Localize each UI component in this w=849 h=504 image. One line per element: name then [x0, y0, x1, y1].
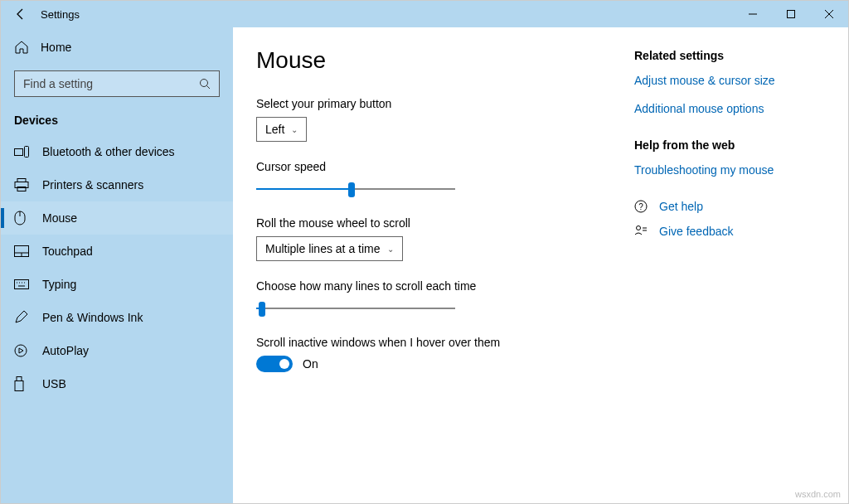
scroll-inactive-state: On — [303, 357, 318, 371]
help-web-heading: Help from the web — [634, 138, 825, 152]
give-feedback-row[interactable]: Give feedback — [634, 225, 825, 238]
home-button[interactable]: Home — [1, 31, 233, 64]
slider-fill — [256, 188, 352, 190]
page-title: Mouse — [256, 47, 618, 74]
slider-thumb[interactable] — [259, 302, 265, 317]
pen-icon — [14, 311, 31, 324]
mouse-icon — [14, 211, 31, 225]
svg-rect-14 — [15, 280, 29, 289]
primary-button-label: Select your primary button — [256, 97, 618, 110]
search-icon — [199, 78, 211, 90]
link-additional-mouse-options[interactable]: Additional mouse options — [634, 102, 825, 115]
search-box[interactable] — [14, 70, 220, 97]
watermark: wsxdn.com — [795, 489, 841, 499]
scroll-inactive-toggle[interactable] — [256, 356, 293, 372]
svg-rect-21 — [17, 377, 22, 381]
body: Home Devices Bluetooth & other devices — [1, 27, 848, 503]
minimize-button[interactable] — [734, 1, 772, 27]
home-label: Home — [41, 41, 71, 54]
cursor-speed-label: Cursor speed — [256, 160, 618, 173]
search-input[interactable] — [23, 77, 199, 90]
svg-rect-5 — [25, 147, 29, 158]
give-feedback-link[interactable]: Give feedback — [659, 225, 734, 238]
slider-track — [256, 308, 455, 309]
sidebar-item-typing[interactable]: Typing — [1, 268, 233, 301]
sidebar-item-label: Printers & scanners — [42, 178, 143, 191]
svg-point-2 — [201, 80, 208, 87]
home-icon — [14, 40, 31, 55]
search-wrap — [1, 64, 233, 109]
wheel-scroll-dropdown[interactable]: Multiple lines at a time ⌄ — [256, 236, 403, 261]
window-title: Settings — [41, 8, 734, 21]
content: Mouse Select your primary button Left ⌄ … — [256, 47, 618, 483]
side-panel: Related settings Adjust mouse & cursor s… — [618, 47, 825, 483]
autoplay-icon — [14, 344, 31, 357]
main: Mouse Select your primary button Left ⌄ … — [233, 27, 848, 503]
sidebar-item-label: Mouse — [42, 211, 77, 225]
wheel-scroll-value: Multiple lines at a time — [265, 242, 381, 255]
minimize-icon — [749, 10, 757, 18]
cursor-speed-slider[interactable] — [256, 180, 455, 198]
help-icon: ? — [634, 200, 649, 213]
svg-rect-1 — [788, 11, 795, 18]
arrow-left-icon — [14, 7, 27, 21]
sidebar-category: Devices — [1, 109, 233, 135]
usb-icon — [14, 376, 31, 391]
sidebar-item-printers[interactable]: Printers & scanners — [1, 168, 233, 201]
sidebar: Home Devices Bluetooth & other devices — [1, 27, 233, 503]
titlebar: Settings — [1, 1, 848, 27]
sidebar-nav: Bluetooth & other devices Printers & sca… — [1, 135, 233, 400]
toggle-knob — [279, 359, 289, 369]
slider-thumb[interactable] — [348, 182, 355, 197]
primary-button-value: Left — [265, 123, 284, 136]
keyboard-icon — [14, 279, 31, 289]
back-button[interactable] — [1, 1, 41, 27]
wheel-scroll-label: Roll the mouse wheel to scroll — [256, 216, 618, 230]
get-help-row[interactable]: ? Get help — [634, 200, 825, 213]
sidebar-item-bluetooth[interactable]: Bluetooth & other devices — [1, 135, 233, 168]
sidebar-item-label: USB — [42, 377, 66, 390]
help-web-section: Help from the web Troubleshooting my mou… — [634, 138, 825, 177]
get-help-link[interactable]: Get help — [659, 200, 703, 213]
svg-rect-6 — [17, 179, 26, 182]
primary-button-dropdown[interactable]: Left ⌄ — [256, 117, 307, 142]
sidebar-item-label: Bluetooth & other devices — [42, 145, 175, 158]
sidebar-item-label: Touchpad — [42, 245, 93, 258]
sidebar-item-pen[interactable]: Pen & Windows Ink — [1, 301, 233, 334]
support-section: ? Get help Give feedback — [634, 200, 825, 238]
related-heading: Related settings — [634, 49, 825, 62]
sidebar-item-usb[interactable]: USB — [1, 367, 233, 400]
devices-icon — [14, 146, 31, 158]
chevron-down-icon: ⌄ — [387, 245, 394, 254]
sidebar-item-label: AutoPlay — [42, 344, 89, 357]
sidebar-item-touchpad[interactable]: Touchpad — [1, 235, 233, 268]
lines-each-time-label: Choose how many lines to scroll each tim… — [256, 279, 618, 293]
sidebar-item-label: Pen & Windows Ink — [42, 311, 143, 324]
svg-rect-4 — [15, 149, 23, 156]
svg-point-25 — [637, 226, 641, 230]
maximize-button[interactable] — [772, 1, 810, 27]
sidebar-item-label: Typing — [42, 278, 76, 291]
scroll-inactive-label: Scroll inactive windows when I hover ove… — [256, 336, 618, 349]
link-adjust-cursor-size[interactable]: Adjust mouse & cursor size — [634, 74, 825, 87]
lines-slider[interactable] — [256, 299, 455, 317]
svg-rect-22 — [15, 381, 23, 391]
touchpad-icon — [14, 245, 31, 257]
chevron-down-icon: ⌄ — [291, 125, 298, 134]
svg-text:?: ? — [638, 202, 643, 211]
sidebar-item-autoplay[interactable]: AutoPlay — [1, 334, 233, 367]
printer-icon — [14, 178, 31, 191]
sidebar-item-mouse[interactable]: Mouse — [1, 201, 233, 235]
svg-point-20 — [15, 345, 27, 356]
maximize-icon — [787, 10, 795, 18]
settings-window: Settings Home Devices — [0, 0, 849, 504]
close-icon — [825, 10, 833, 18]
svg-line-3 — [207, 86, 211, 90]
window-controls — [734, 1, 848, 27]
scroll-inactive-row: On — [256, 356, 618, 372]
feedback-icon — [634, 225, 649, 238]
link-troubleshoot-mouse[interactable]: Troubleshooting my mouse — [634, 163, 825, 177]
close-button[interactable] — [810, 1, 848, 27]
